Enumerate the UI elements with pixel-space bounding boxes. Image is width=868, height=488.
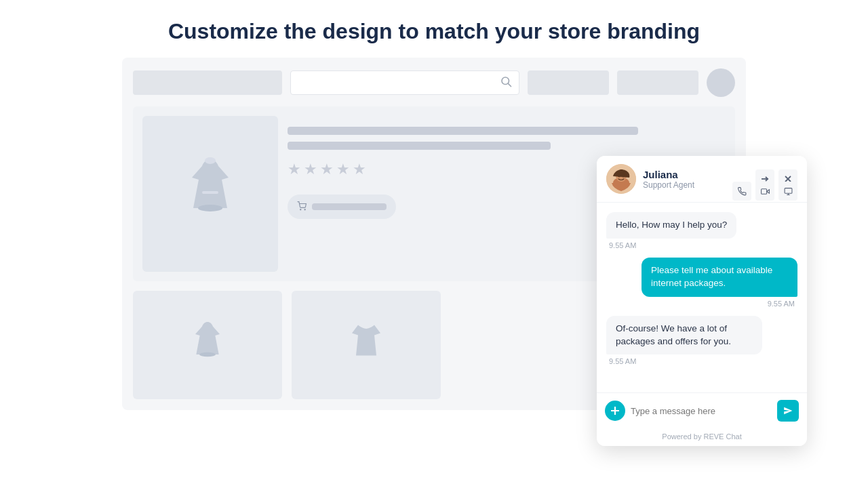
video-button[interactable] [755, 182, 774, 201]
dress-icon-large [180, 154, 241, 235]
svg-point-5 [300, 209, 301, 209]
svg-point-7 [199, 352, 216, 357]
message-bubble-user-1: Please tell me about available internet … [642, 258, 797, 297]
message-agent-1: Hello, How may I help you? 9.55 AM [606, 212, 797, 249]
nav-button-2[interactable] [617, 70, 698, 95]
user-avatar [707, 68, 735, 97]
star-2: ★ [304, 161, 317, 178]
message-time-3: 9.55 AM [606, 357, 639, 365]
page-title: Customize the design to match your store… [0, 0, 868, 58]
svg-marker-16 [766, 189, 769, 192]
cart-icon [297, 201, 307, 213]
search-icon [500, 75, 512, 91]
agent-name: Juliana [643, 169, 749, 180]
chat-header: Juliana Support Agent [597, 156, 807, 203]
svg-rect-3 [202, 191, 218, 194]
dress-icon-small-1 [187, 317, 228, 373]
phone-button[interactable] [732, 182, 751, 201]
product-title-line [288, 127, 638, 135]
svg-rect-18 [785, 188, 792, 193]
chat-body: Hello, How may I help you? 9.55 AM Pleas… [597, 203, 807, 392]
add-attachment-button[interactable] [605, 401, 625, 421]
product-image-large [142, 116, 278, 272]
nav-button-1[interactable] [528, 70, 609, 95]
message-time-1: 9.55 AM [606, 241, 639, 249]
send-button[interactable] [777, 400, 799, 422]
screen-share-button[interactable] [778, 182, 797, 201]
chat-input-field[interactable] [631, 406, 772, 416]
svg-point-4 [198, 205, 222, 211]
star-1: ★ [288, 161, 301, 178]
agent-avatar [606, 164, 636, 194]
tshirt-icon-small [346, 323, 387, 368]
star-5: ★ [353, 161, 366, 178]
product-card-1[interactable] [133, 291, 282, 399]
message-bubble-agent-2: Of-course! We have a lot of packages and… [606, 316, 762, 355]
nav-logo [133, 70, 282, 95]
chat-footer: Powered by REVE Chat [597, 428, 807, 446]
message-bubble-agent-1: Hello, How may I help you? [606, 212, 736, 239]
product-card-2[interactable] [292, 291, 441, 399]
chat-widget: Juliana Support Agent [597, 156, 807, 446]
cart-button-label-line [312, 203, 387, 210]
content-wrapper: ★ ★ ★ ★ ★ [61, 58, 807, 410]
svg-line-1 [508, 83, 511, 86]
nav-bar [133, 68, 735, 97]
nav-search-bar[interactable] [290, 70, 519, 95]
svg-point-6 [304, 209, 305, 209]
star-4: ★ [336, 161, 350, 178]
message-time-2: 9.55 AM [765, 300, 797, 308]
svg-rect-17 [761, 188, 766, 194]
add-to-cart-button[interactable] [288, 195, 396, 219]
page-container: Customize the design to match your store… [0, 0, 868, 488]
media-action-buttons [732, 182, 797, 201]
message-user-1: Please tell me about available internet … [606, 258, 797, 308]
star-3: ★ [320, 161, 334, 178]
svg-point-2 [205, 157, 216, 164]
message-agent-2: Of-course! We have a lot of packages and… [606, 316, 797, 366]
chat-input-area [597, 392, 807, 428]
product-subtitle-line [288, 142, 551, 150]
